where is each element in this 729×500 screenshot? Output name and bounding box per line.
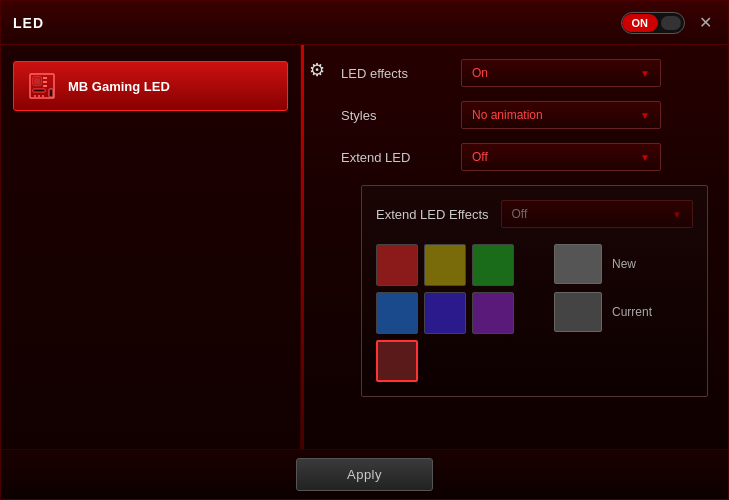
close-button[interactable]: ✕ (695, 11, 716, 34)
extend-led-effects-arrow: ▼ (672, 209, 682, 220)
setting-row-extend-led: Extend LED Off ▼ (341, 143, 708, 171)
title-controls: ON ✕ (621, 11, 717, 34)
color-cell-dark-indigo[interactable] (424, 292, 466, 334)
extend-led-header: Extend LED Effects Off ▼ (376, 200, 693, 228)
power-toggle[interactable]: ON (621, 12, 686, 34)
gear-icon: ⚙ (309, 59, 325, 81)
styles-arrow: ▼ (640, 110, 650, 121)
svg-rect-9 (42, 95, 44, 97)
led-effects-dropdown[interactable]: On ▼ (461, 59, 661, 87)
extend-led-dropdown[interactable]: Off ▼ (461, 143, 661, 171)
separator-line (301, 45, 304, 449)
extend-led-label: Extend LED (341, 150, 461, 165)
color-grid (376, 244, 514, 382)
svg-rect-5 (43, 85, 47, 87)
right-panel: ⚙ LED effects On ▼ Styles No animation ▼ (301, 45, 728, 449)
apply-button[interactable]: Apply (296, 458, 433, 491)
settings-section: LED effects On ▼ Styles No animation ▼ (341, 59, 708, 397)
extend-led-arrow: ▼ (640, 152, 650, 163)
setting-row-styles: Styles No animation ▼ (341, 101, 708, 129)
new-color-box (554, 244, 602, 284)
sidebar-item-mb-gaming-led[interactable]: MB Gaming LED (13, 61, 288, 111)
styles-dropdown[interactable]: No animation ▼ (461, 101, 661, 129)
color-cell-empty-2 (472, 340, 514, 382)
led-effects-value: On (472, 66, 488, 80)
color-cell-empty-1 (424, 340, 466, 382)
svg-rect-7 (34, 95, 36, 97)
color-cell-dark-red[interactable] (376, 244, 418, 286)
new-current-section: New Current (554, 244, 652, 332)
color-cell-dark-green[interactable] (472, 244, 514, 286)
color-cell-dark-yellow[interactable] (424, 244, 466, 286)
window-title: LED (13, 15, 44, 31)
current-color-row: Current (554, 292, 652, 332)
extend-led-effects-dropdown[interactable]: Off ▼ (501, 200, 694, 228)
current-color-label: Current (612, 305, 652, 319)
color-cell-dark-purple[interactable] (472, 292, 514, 334)
extend-led-effects-label: Extend LED Effects (376, 207, 489, 222)
led-window: LED ON ✕ (0, 0, 729, 500)
extend-led-value: Off (472, 150, 488, 164)
main-content: MB Gaming LED ⚙ LED effects On ▼ Styles (1, 45, 728, 449)
title-bar: LED ON ✕ (1, 1, 728, 45)
motherboard-icon (26, 70, 58, 102)
sidebar: MB Gaming LED (1, 45, 301, 449)
styles-label: Styles (341, 108, 461, 123)
extend-led-effects-value: Off (512, 207, 528, 221)
styles-value: No animation (472, 108, 543, 122)
new-color-label: New (612, 257, 636, 271)
toggle-track (661, 16, 681, 30)
new-color-row: New (554, 244, 652, 284)
toggle-on-label: ON (622, 14, 659, 32)
extend-led-box: Extend LED Effects Off ▼ (361, 185, 708, 397)
svg-rect-4 (43, 81, 47, 83)
setting-row-led-effects: LED effects On ▼ (341, 59, 708, 87)
led-effects-label: LED effects (341, 66, 461, 81)
current-color-box (554, 292, 602, 332)
svg-rect-3 (43, 77, 47, 79)
footer: Apply (1, 449, 728, 499)
color-cell-dark-blue[interactable] (376, 292, 418, 334)
color-section: New Current (376, 244, 693, 382)
svg-rect-10 (49, 89, 53, 97)
svg-rect-2 (34, 78, 40, 84)
color-cell-maroon[interactable] (376, 340, 418, 382)
svg-rect-8 (38, 95, 40, 97)
sidebar-item-label: MB Gaming LED (68, 79, 170, 94)
led-effects-arrow: ▼ (640, 68, 650, 79)
svg-rect-6 (33, 89, 45, 92)
